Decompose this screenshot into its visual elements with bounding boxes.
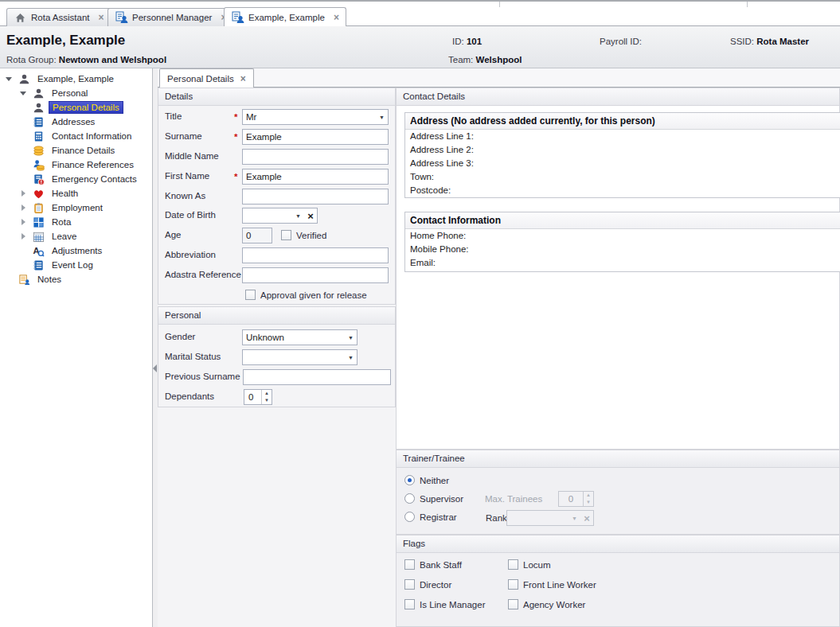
personnel-icon <box>231 11 244 24</box>
date-of-birth-picker[interactable]: ▼ × <box>242 208 318 224</box>
contact-details-group: Contact Details Address (No address adde… <box>396 88 840 450</box>
tree-item-event-log[interactable]: Event Log <box>0 258 152 272</box>
rank-label: Rank <box>486 513 507 523</box>
details-group-header: Details <box>158 88 395 106</box>
chevron-down-icon: ▼ <box>568 516 580 521</box>
tree-item-rota[interactable]: Rota <box>0 215 152 229</box>
clear-icon[interactable]: × <box>304 210 317 222</box>
tree-item-finance-details[interactable]: Finance Details <box>0 143 152 158</box>
dependants-value: 0 <box>244 390 261 404</box>
gender-label: Gender <box>165 332 195 341</box>
director-checkbox[interactable] <box>404 579 415 590</box>
calendar-icon <box>32 230 45 243</box>
chevron-down-icon[interactable]: ▼ <box>345 335 357 341</box>
top-toolbar-strip <box>0 0 840 7</box>
ssid-field: SSID: Rota Master <box>730 37 809 46</box>
expand-arrow-icon[interactable] <box>18 92 29 95</box>
tree-item-emergency-contacts[interactable]: Emergency Contacts <box>0 172 152 186</box>
chevron-down-icon[interactable]: ▼ <box>345 355 357 360</box>
address-postcode: Postcode: <box>405 184 840 197</box>
tree-item-adjustments[interactable]: A Adjustments <box>0 243 152 258</box>
bank-staff-checkbox[interactable] <box>404 559 415 570</box>
tree-item-addresses[interactable]: Addresses <box>0 115 152 129</box>
tree-item-personal[interactable]: Personal <box>0 86 152 100</box>
ssid-label: SSID: <box>730 37 754 46</box>
gender-combobox[interactable]: Unknown ▼ <box>242 329 357 345</box>
address-town: Town: <box>405 170 840 184</box>
first-name-field[interactable] <box>242 169 389 185</box>
tab-personnel-manager[interactable]: Personnel Manager × <box>107 8 233 26</box>
locum-checkbox[interactable] <box>508 559 518 570</box>
middle-name-field[interactable] <box>242 149 389 165</box>
collapse-arrow-icon[interactable] <box>18 204 29 211</box>
required-marker: * <box>234 132 237 142</box>
radio-registrar[interactable] <box>404 512 415 522</box>
tree-item-label: Rota <box>49 216 74 228</box>
title-combobox[interactable]: Mr ▼ <box>242 109 389 125</box>
tree-item-label: Leave <box>49 231 80 242</box>
tree-item-example-example[interactable]: Example, Example <box>0 72 152 86</box>
chevron-down-icon[interactable]: ▼ <box>292 213 304 219</box>
abbreviation-label: Abbreviation <box>165 250 216 259</box>
spin-down-icon: ▼ <box>584 499 593 506</box>
splitter-collapse-icon[interactable] <box>153 364 157 372</box>
surname-field[interactable] <box>242 129 389 145</box>
spin-down-icon[interactable]: ▼ <box>262 397 272 404</box>
rank-combobox: ▼ × <box>506 510 594 526</box>
radio-neither[interactable] <box>404 475 415 485</box>
window-tabbar: Rota Assistant × Personnel Manager × Exa… <box>0 7 840 26</box>
verified-checkbox[interactable] <box>281 230 291 240</box>
rota-group-label: Rota Group: <box>6 55 57 64</box>
doc-tab-personal-details[interactable]: Personal Details × <box>159 68 254 88</box>
middle-name-label: Middle Name <box>165 151 219 161</box>
spin-up-icon[interactable]: ▲ <box>262 390 272 397</box>
close-tab-icon[interactable]: × <box>99 12 104 23</box>
tree-item-employment[interactable]: Employment <box>0 201 152 215</box>
previous-surname-field[interactable] <box>243 369 391 385</box>
address-line-1: Address Line 1: <box>405 130 840 143</box>
is-line-manager-checkbox[interactable] <box>404 599 415 609</box>
id-field: ID: 101 <box>452 37 482 46</box>
abbreviation-field[interactable] <box>242 247 389 263</box>
agency-worker-checkbox[interactable] <box>508 599 518 609</box>
personal-group: Personal Gender Unknown ▼ Marital Status… <box>158 306 396 407</box>
known-as-label: Known As <box>165 191 205 201</box>
adastra-reference-field[interactable] <box>242 267 389 283</box>
tab-example-example[interactable]: Example, Example × <box>224 7 346 26</box>
tree-item-notes[interactable]: Notes <box>0 272 152 286</box>
tree-item-health[interactable]: Health <box>0 186 152 201</box>
personal-group-header: Personal <box>158 307 395 325</box>
tree-item-label: Personal Details <box>49 101 123 114</box>
approval-release-checkbox[interactable] <box>245 290 256 300</box>
rota-group-value: Newtown and Welshpool <box>59 55 166 64</box>
address-box: Address (No address added currently, for… <box>404 112 840 198</box>
marital-status-combobox[interactable]: ▼ <box>242 349 357 365</box>
tree-item-finance-references[interactable]: Finance References <box>0 158 152 172</box>
tree-item-leave[interactable]: Leave <box>0 229 152 243</box>
locum-label: Locum <box>523 560 551 570</box>
trainer-trainee-group: Trainer/Trainee Neither Supervisor Regis… <box>396 450 840 535</box>
collapse-arrow-icon[interactable] <box>18 233 29 240</box>
max-trainees-stepper: 0 ▲▼ <box>558 491 594 507</box>
max-trainees-label: Max. Trainees <box>485 494 542 504</box>
required-marker: * <box>234 172 237 181</box>
front-line-worker-checkbox[interactable] <box>508 579 518 590</box>
known-as-field[interactable] <box>242 189 389 204</box>
radio-supervisor[interactable] <box>404 493 415 504</box>
tree-item-contact-information[interactable]: Contact Information <box>0 129 152 143</box>
tab-rota-assistant[interactable]: Rota Assistant × <box>6 8 111 26</box>
collapse-arrow-icon[interactable] <box>18 190 29 197</box>
chevron-down-icon[interactable]: ▼ <box>376 115 388 120</box>
expand-arrow-icon[interactable] <box>3 77 14 81</box>
document-tabbar: Personal Details × <box>158 68 840 88</box>
email-line: Email: <box>405 256 840 270</box>
form-left-column: Details Title * Mr ▼ Surname * <box>158 88 396 627</box>
close-tab-icon[interactable]: × <box>334 12 339 23</box>
dependants-stepper[interactable]: 0 ▲▼ <box>244 389 272 405</box>
id-label: ID: <box>452 37 464 46</box>
close-doc-tab-icon[interactable]: × <box>240 73 246 84</box>
details-group: Details Title * Mr ▼ Surname * <box>158 88 396 305</box>
title-label: Title <box>165 111 182 121</box>
collapse-arrow-icon[interactable] <box>18 219 29 225</box>
tree-item-personal-details[interactable]: Personal Details <box>0 100 152 115</box>
